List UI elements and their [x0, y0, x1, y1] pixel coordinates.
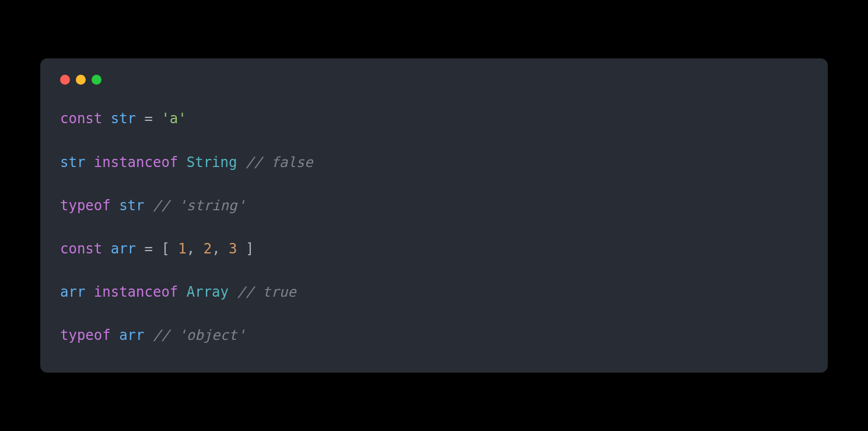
token-keyword: const — [60, 110, 102, 127]
token-operator: = — [145, 241, 153, 257]
token-punct — [111, 197, 119, 214]
token-punct — [85, 154, 93, 171]
code-window: const str = 'a'str instanceof String // … — [40, 58, 828, 372]
close-icon[interactable] — [60, 75, 70, 85]
token-type: String — [187, 154, 237, 171]
token-ident: arr — [119, 327, 144, 343]
minimize-icon[interactable] — [76, 75, 86, 85]
token-punct — [229, 284, 237, 300]
token-ident: str — [111, 110, 136, 127]
token-keyword: instanceof — [94, 284, 178, 300]
code-line: const str = 'a' — [60, 108, 808, 130]
token-number: 3 — [229, 241, 237, 257]
token-punct — [102, 110, 110, 127]
window-controls — [60, 75, 808, 85]
code-line: str instanceof String // false — [60, 152, 808, 173]
token-punct — [136, 241, 144, 257]
token-keyword: typeof — [60, 197, 111, 214]
token-comment: // 'object' — [153, 327, 246, 343]
token-number: 1 — [178, 241, 186, 257]
code-line: const arr = [ 1, 2, 3 ] — [60, 238, 808, 260]
zoom-icon[interactable] — [92, 75, 102, 85]
token-punct — [111, 327, 119, 343]
token-punct — [153, 241, 161, 257]
token-punct — [178, 154, 186, 171]
token-punct — [145, 327, 153, 343]
code-line: arr instanceof Array // true — [60, 281, 808, 303]
code-line: typeof arr // 'object' — [60, 325, 808, 346]
token-type: Array — [187, 284, 229, 300]
token-keyword: typeof — [60, 327, 111, 343]
token-punct — [102, 241, 110, 257]
token-punct: , — [187, 241, 204, 257]
token-comment: // 'string' — [153, 197, 246, 214]
token-punct — [85, 284, 93, 300]
token-ident: arr — [111, 241, 136, 257]
code-line: typeof str // 'string' — [60, 195, 808, 217]
token-punct — [136, 110, 144, 127]
token-punct: ] — [237, 241, 254, 257]
token-punct — [153, 110, 161, 127]
token-ident: arr — [60, 284, 85, 300]
token-comment: // true — [237, 284, 296, 300]
token-comment: // false — [246, 154, 313, 171]
token-keyword: const — [60, 241, 102, 257]
token-punct — [237, 154, 245, 171]
token-punct: [ — [161, 241, 178, 257]
token-operator: = — [145, 110, 153, 127]
code-block: const str = 'a'str instanceof String // … — [60, 108, 808, 346]
token-punct — [145, 197, 153, 214]
token-keyword: instanceof — [94, 154, 178, 171]
token-string: 'a' — [161, 110, 186, 127]
token-number: 2 — [204, 241, 212, 257]
token-ident: str — [119, 197, 144, 214]
token-punct — [178, 284, 186, 300]
token-ident: str — [60, 154, 85, 171]
token-punct: , — [212, 241, 229, 257]
